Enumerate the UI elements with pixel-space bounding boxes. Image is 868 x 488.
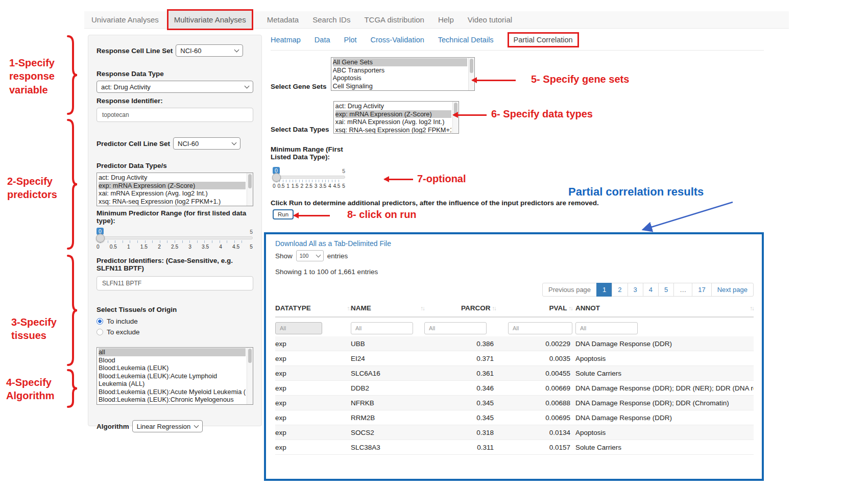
scrollbar[interactable] bbox=[247, 173, 253, 206]
cell-pval: 0.00229 bbox=[496, 340, 572, 348]
tissue-exclude-label: To exclude bbox=[107, 328, 140, 336]
tick-label: 1 bbox=[286, 183, 290, 189]
tissue-include-option[interactable]: To include bbox=[97, 318, 253, 325]
list-option[interactable]: xsq: RNA-seq Expression (log2 FPKM+1.) bbox=[335, 126, 451, 134]
show-entries-select[interactable]: 100 bbox=[296, 250, 324, 261]
response-cell-line-select[interactable]: NCI-60 bbox=[176, 44, 243, 57]
predictor-cell-line-select[interactable]: NCI-60 bbox=[173, 137, 240, 150]
list-option[interactable]: xai: mRNA Expression (Avg. log2 Int.) bbox=[99, 189, 246, 198]
algorithm-select[interactable]: Linear Regression bbox=[132, 420, 203, 432]
table-row: exp RRM2B 0.345 0.00695 DNA Damage Respo… bbox=[275, 410, 754, 425]
nav-metadata[interactable]: Metadata bbox=[267, 15, 299, 24]
tick-label: 4 bbox=[219, 244, 222, 250]
filter-parcor-input[interactable] bbox=[424, 322, 487, 334]
cell-annot: Solute Carriers bbox=[572, 370, 754, 377]
predictor-identifiers-input[interactable] bbox=[97, 276, 253, 290]
response-identifier-input[interactable] bbox=[97, 108, 253, 122]
filter-datatype-input[interactable] bbox=[275, 322, 322, 334]
nav-video-tutorial[interactable]: Video tutorial bbox=[468, 15, 512, 24]
cell-annot: DNA Damage Response (DDR); DDR (Chromati… bbox=[572, 399, 754, 407]
slider-handle[interactable] bbox=[96, 234, 105, 242]
list-option[interactable]: Blood:Leukemia (LEUK) bbox=[99, 364, 246, 372]
scrollbar-thumb[interactable] bbox=[248, 349, 252, 363]
sort-icon[interactable]: ↑↓ bbox=[347, 305, 351, 311]
column-header-pval: PVAL bbox=[549, 304, 567, 312]
list-option[interactable]: ABC Transporters bbox=[333, 66, 467, 75]
slider-track bbox=[273, 176, 345, 179]
scrollbar-thumb[interactable] bbox=[470, 59, 473, 73]
tab-data[interactable]: Data bbox=[315, 36, 330, 44]
tab-technical-details[interactable]: Technical Details bbox=[438, 36, 494, 44]
page-button-17[interactable]: 17 bbox=[692, 283, 711, 297]
predictor-cell-line-label: Predictor Cell Line Set bbox=[97, 140, 170, 148]
next-page-button[interactable]: Next page bbox=[711, 283, 754, 297]
radio-selected-icon[interactable] bbox=[97, 318, 103, 325]
sort-icon[interactable]: ↑↓ bbox=[569, 305, 573, 311]
list-option[interactable]: Cell Signaling bbox=[333, 82, 467, 90]
list-option-selected[interactable]: All Gene Sets bbox=[333, 58, 467, 66]
tab-cross-validation[interactable]: Cross-Validation bbox=[370, 36, 424, 44]
scrollbar[interactable] bbox=[247, 348, 253, 404]
list-option[interactable]: Blood:Leukemia (LEUK):Acute Lymphoid Leu… bbox=[99, 372, 246, 388]
cell-parcor: 0.345 bbox=[424, 414, 496, 422]
page-button-2[interactable]: 2 bbox=[612, 283, 628, 297]
list-option-selected[interactable]: exp: mRNA Expression (Z-Score) bbox=[99, 182, 246, 190]
tick-label: 0 bbox=[97, 244, 100, 250]
list-option[interactable]: act: Drug Activity bbox=[99, 174, 246, 182]
sort-icon[interactable]: ↑↓ bbox=[750, 305, 754, 311]
nav-univariate-analyses[interactable]: Univariate Analyses bbox=[91, 15, 159, 24]
list-option[interactable]: Apoptosis bbox=[333, 74, 467, 82]
slider-handle[interactable] bbox=[272, 173, 281, 182]
list-option[interactable]: Blood:Leukemia (LEUK):Acute Myeloid Leuk… bbox=[99, 388, 246, 396]
response-data-type-select[interactable]: act: Drug Activity bbox=[97, 81, 253, 93]
slider-tick-labels: 0 0.5 1 1.5 2 2.5 3 3.5 4 4.5 5 bbox=[97, 244, 253, 250]
scrollbar-thumb[interactable] bbox=[248, 174, 252, 188]
results-tabs: Heatmap Data Plot Cross-Validation Techn… bbox=[271, 36, 764, 51]
slider-ticks bbox=[100, 240, 249, 243]
list-option[interactable]: Blood bbox=[99, 356, 246, 364]
page-button-1[interactable]: 1 bbox=[596, 283, 612, 297]
page-button-5[interactable]: 5 bbox=[658, 283, 674, 297]
page-button-4[interactable]: 4 bbox=[643, 283, 659, 297]
sort-icon[interactable]: ↑↓ bbox=[421, 305, 425, 311]
tick-label: 4.5 bbox=[333, 183, 340, 189]
download-all-link[interactable]: Download All as a Tab-Delimited File bbox=[275, 239, 754, 248]
filter-pval-input[interactable] bbox=[508, 322, 572, 334]
tab-partial-correlation[interactable]: Partial Correlation bbox=[508, 32, 579, 47]
cell-annot: Apoptosis bbox=[572, 355, 754, 362]
nav-multivariate-analyses[interactable]: Multivariate Analyses bbox=[167, 9, 253, 30]
tick-label: 5 bbox=[342, 183, 345, 189]
sort-icon[interactable]: ↑↓ bbox=[492, 305, 496, 311]
min-predictor-range-slider: 0 5 0 0.5 1 1.5 2 2.5 3 3.5 4 4.5 5 bbox=[97, 227, 253, 250]
cell-datatype: exp bbox=[275, 340, 351, 348]
page-button-3[interactable]: 3 bbox=[628, 283, 643, 297]
table-row: exp DDB2 0.346 0.00669 DNA Damage Respon… bbox=[275, 381, 754, 396]
chevron-down-icon bbox=[316, 253, 321, 258]
tissue-exclude-option[interactable]: To exclude bbox=[97, 328, 253, 336]
list-option-selected[interactable]: exp: mRNA Expression (Z-Score) bbox=[335, 110, 451, 118]
list-option[interactable]: xsq: RNA-seq Expression (log2 FPKM+1.) bbox=[99, 198, 246, 206]
radio-unselected-icon[interactable] bbox=[97, 329, 103, 335]
previous-page-button[interactable]: Previous page bbox=[542, 283, 597, 297]
cell-datatype: exp bbox=[275, 429, 351, 436]
list-option[interactable]: act: Drug Activity bbox=[335, 102, 451, 110]
filter-name-input[interactable] bbox=[351, 322, 413, 334]
results-title-annotation: Partial correlation results bbox=[568, 185, 704, 199]
tab-heatmap[interactable]: Heatmap bbox=[271, 36, 301, 44]
run-button[interactable]: Run bbox=[273, 209, 294, 219]
chevron-down-icon bbox=[232, 140, 237, 145]
annotation-step1: 1-Specify response variable bbox=[9, 56, 71, 96]
list-option[interactable]: xai: mRNA Expression (Avg. log2 Int.) bbox=[335, 118, 451, 126]
response-data-type-label: Response Data Type bbox=[97, 70, 253, 78]
nav-tcga-distribution[interactable]: TCGA distribution bbox=[364, 15, 424, 24]
table-row: exp SLC38A3 0.311 0.0157 Solute Carriers bbox=[275, 440, 754, 455]
tab-plot[interactable]: Plot bbox=[344, 36, 356, 44]
list-option[interactable]: Blood:Leukemia (LEUK):Chronic Myelogenou… bbox=[99, 396, 246, 405]
cell-name: NFRKB bbox=[351, 399, 424, 407]
list-option-selected[interactable]: all bbox=[99, 348, 246, 356]
nav-help[interactable]: Help bbox=[438, 15, 454, 24]
nav-search-ids[interactable]: Search IDs bbox=[312, 15, 350, 24]
filter-annot-input[interactable] bbox=[575, 322, 638, 334]
scrollbar[interactable] bbox=[468, 58, 474, 90]
chevron-down-icon bbox=[245, 84, 250, 89]
